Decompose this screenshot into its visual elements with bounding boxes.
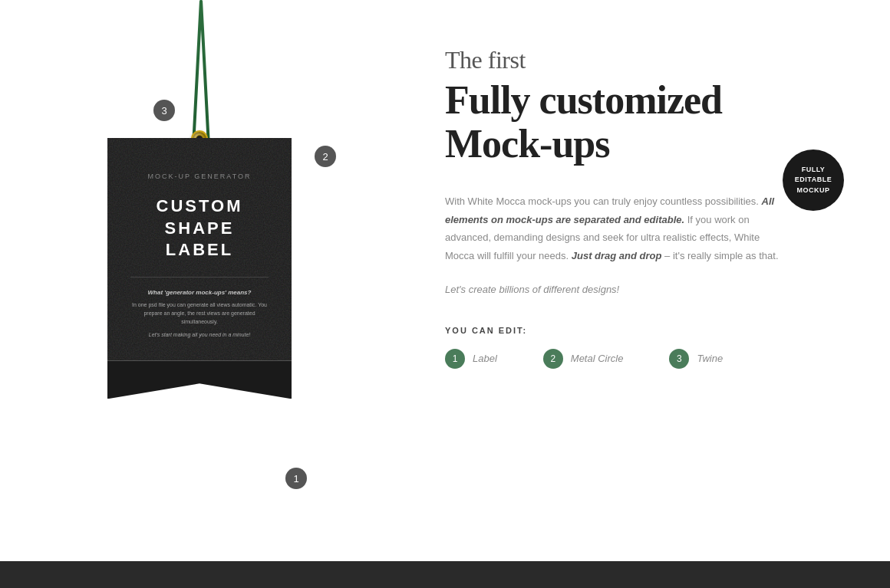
description-paragraph: With White Mocca mock-ups you can truly … (445, 192, 783, 264)
label-description-area: What 'generator mock-ups' means? In one … (130, 277, 269, 338)
label-subtitle: MOCK-UP GENERATOR (130, 172, 269, 180)
fully-editable-badge: FULLY EDITABLE MOCKUP (783, 149, 844, 211)
headline-large: Fully customizedMock-ups (445, 78, 852, 166)
annotation-badge-3: 3 (153, 100, 175, 121)
edit-item-1: 1 Label (445, 349, 497, 369)
edit-item-2: 2 Metal Circle (543, 349, 624, 369)
left-panel: 3 2 MOCK-UP GENERATOR CUSTOM SHAPE LABEL (0, 0, 399, 588)
label-desc-footer: Let's start making all you need in a min… (130, 332, 269, 337)
label-tag-mockup: 2 MOCK-UP GENERATOR CUSTOM SHAPE LABEL W… (107, 138, 292, 399)
editable-badge-text: FULLY EDITABLE MOCKUP (795, 165, 832, 196)
edit-item-3: 3 Twine (669, 349, 723, 369)
edit-item-label-2: Metal Circle (571, 353, 624, 364)
create-text: Let's create billions of different desig… (445, 284, 852, 295)
headline-small: The first (445, 46, 852, 74)
edit-badge-3: 3 (669, 349, 689, 369)
right-panel: The first Fully customizedMock-ups With … (399, 0, 890, 588)
label-title: CUSTOM SHAPE LABEL (130, 195, 269, 261)
annotation-badge-2: 2 (315, 146, 336, 167)
label-content: MOCK-UP GENERATOR CUSTOM SHAPE LABEL Wha… (123, 161, 276, 345)
you-can-edit-label: YOU CAN EDIT: (445, 326, 852, 335)
edit-badge-1: 1 (445, 349, 465, 369)
label-body: MOCK-UP GENERATOR CUSTOM SHAPE LABEL Wha… (107, 138, 292, 360)
annotation-badge-1: 1 (285, 468, 307, 489)
edit-item-label-1: Label (473, 353, 497, 364)
page-container: 3 2 MOCK-UP GENERATOR CUSTOM SHAPE LABEL (0, 0, 890, 588)
bottom-bar (0, 561, 890, 588)
edit-item-label-3: Twine (697, 353, 723, 364)
label-desc-body: In one psd file you can generate all vie… (130, 301, 269, 327)
label-desc-title: What 'generator mock-ups' means? (130, 289, 269, 296)
edit-items-list: 1 Label 2 Metal Circle 3 Twine (445, 349, 852, 369)
label-notch (107, 360, 292, 399)
edit-badge-2: 2 (543, 349, 563, 369)
